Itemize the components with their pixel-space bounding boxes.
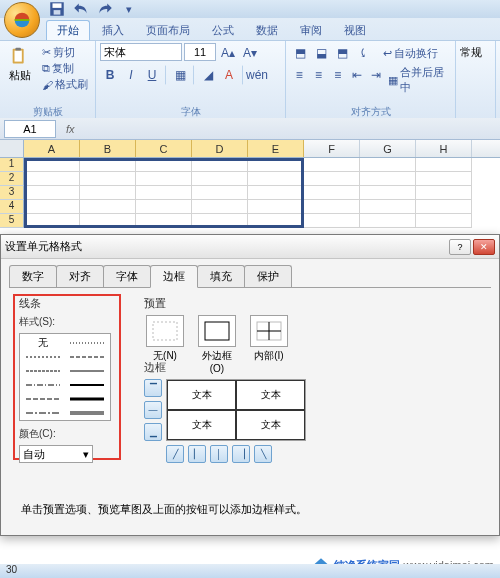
line-style-item[interactable]: [68, 380, 106, 390]
line-color-combo[interactable]: 自动 ▾: [19, 445, 93, 463]
font-name-combo[interactable]: 宋体: [100, 43, 182, 61]
line-style-item[interactable]: [24, 366, 62, 376]
name-box[interactable]: A1: [4, 120, 56, 138]
indent-dec-icon[interactable]: ⇤: [348, 65, 366, 85]
border-section-label: 边框: [144, 360, 306, 375]
row-header[interactable]: 3: [0, 186, 24, 200]
qat-dropdown-icon[interactable]: ▾: [120, 1, 138, 17]
tab-page-layout[interactable]: 页面布局: [136, 21, 200, 40]
col-header[interactable]: F: [304, 140, 360, 157]
align-right-icon[interactable]: ≡: [329, 65, 347, 85]
border-button[interactable]: ▦: [170, 65, 190, 85]
align-center-icon[interactable]: ≡: [309, 65, 327, 85]
svg-rect-21: [205, 322, 229, 340]
cut-button[interactable]: ✂剪切: [40, 45, 90, 60]
preview-cell: 文本: [236, 380, 305, 410]
tab-review[interactable]: 审阅: [290, 21, 332, 40]
border-diag-up-button[interactable]: ╱: [166, 445, 184, 463]
tab-insert[interactable]: 插入: [92, 21, 134, 40]
column-headers: A B C D E F G H: [0, 140, 500, 158]
line-style-none[interactable]: 无: [24, 338, 62, 348]
border-left-button[interactable]: ▏: [188, 445, 206, 463]
bold-button[interactable]: B: [100, 65, 120, 85]
line-style-item[interactable]: [68, 366, 106, 376]
border-vmid-button[interactable]: │: [210, 445, 228, 463]
dlg-tab-number[interactable]: 数字: [9, 265, 57, 287]
svg-rect-2: [54, 10, 61, 15]
align-bottom-icon[interactable]: ⬒: [332, 43, 352, 63]
font-size-combo[interactable]: 11: [184, 43, 216, 61]
row-header[interactable]: 1: [0, 158, 24, 172]
preset-inside-icon: [250, 315, 288, 347]
col-header[interactable]: E: [248, 140, 304, 157]
select-all-corner[interactable]: [0, 140, 24, 157]
line-style-item[interactable]: [24, 394, 62, 404]
fill-color-button[interactable]: ◢: [198, 65, 218, 85]
dialog-help-button[interactable]: ?: [449, 239, 471, 255]
group-clipboard-title: 剪贴板: [0, 106, 95, 118]
dlg-tab-font[interactable]: 字体: [103, 265, 151, 287]
border-top-button[interactable]: ▔: [144, 379, 162, 397]
tab-view[interactable]: 视图: [334, 21, 376, 40]
row-header[interactable]: 5: [0, 214, 24, 228]
font-color-button[interactable]: A: [219, 65, 239, 85]
undo-icon[interactable]: [72, 1, 90, 17]
border-preview[interactable]: 文本 文本 文本 文本: [166, 379, 306, 441]
line-style-item[interactable]: [68, 408, 106, 418]
border-section: 边框 ▔ ― ▁ 文本 文本 文本 文本 ╱ ▏: [144, 360, 306, 463]
format-painter-button[interactable]: 🖌格式刷: [40, 77, 90, 92]
merge-center-button[interactable]: ▦合并后居中: [386, 65, 451, 95]
col-header[interactable]: B: [80, 140, 136, 157]
line-style-item[interactable]: [68, 352, 106, 362]
svg-rect-4: [15, 19, 30, 21]
dlg-tab-alignment[interactable]: 对齐: [56, 265, 104, 287]
paste-button[interactable]: 粘贴: [4, 43, 36, 99]
align-middle-icon[interactable]: ⬓: [311, 43, 331, 63]
align-left-icon[interactable]: ≡: [290, 65, 308, 85]
tab-home[interactable]: 开始: [46, 20, 90, 40]
dlg-tab-protection[interactable]: 保护: [244, 265, 292, 287]
indent-inc-icon[interactable]: ⇥: [367, 65, 385, 85]
line-style-item[interactable]: [24, 352, 62, 362]
border-bottom-button[interactable]: ▁: [144, 423, 162, 441]
underline-button[interactable]: U: [142, 65, 162, 85]
fx-icon[interactable]: fx: [66, 123, 75, 135]
row-header[interactable]: 2: [0, 172, 24, 186]
wrap-text-button[interactable]: ↩自动换行: [381, 43, 440, 63]
tab-data[interactable]: 数据: [246, 21, 288, 40]
dlg-tab-fill[interactable]: 填充: [197, 265, 245, 287]
paste-label: 粘贴: [9, 68, 31, 83]
copy-button[interactable]: ⧉复制: [40, 61, 90, 76]
dialog-title-bar[interactable]: 设置单元格格式 ? ✕: [1, 235, 499, 259]
dlg-tab-border[interactable]: 边框: [150, 265, 198, 288]
worksheet-grid[interactable]: A B C D E F G H 1 2 3 4 5: [0, 140, 500, 228]
line-style-item[interactable]: [24, 380, 62, 390]
border-right-button[interactable]: ▕: [232, 445, 250, 463]
ribbon: 开始 插入 页面布局 公式 数据 审阅 视图 粘贴 ✂剪切 ⧉复制 🖌格式刷 剪…: [0, 18, 500, 118]
line-style-item[interactable]: [68, 394, 106, 404]
office-button[interactable]: [4, 2, 40, 38]
color-label: 颜色(C):: [19, 427, 119, 441]
svg-rect-20: [153, 322, 177, 340]
col-header[interactable]: H: [416, 140, 472, 157]
border-hmid-button[interactable]: ―: [144, 401, 162, 419]
col-header[interactable]: C: [136, 140, 192, 157]
redo-icon[interactable]: [96, 1, 114, 17]
dialog-close-button[interactable]: ✕: [473, 239, 495, 255]
grow-font-button[interactable]: A▴: [218, 43, 238, 63]
col-header[interactable]: G: [360, 140, 416, 157]
italic-button[interactable]: I: [121, 65, 141, 85]
tab-formulas[interactable]: 公式: [202, 21, 244, 40]
align-top-icon[interactable]: ⬒: [290, 43, 310, 63]
orientation-icon[interactable]: ⤹: [353, 43, 373, 63]
line-style-list[interactable]: 无: [19, 333, 111, 421]
col-header[interactable]: A: [24, 140, 80, 157]
line-style-item[interactable]: [68, 338, 106, 348]
phonetic-button[interactable]: wén: [247, 65, 267, 85]
save-icon[interactable]: [48, 1, 66, 17]
row-header[interactable]: 4: [0, 200, 24, 214]
shrink-font-button[interactable]: A▾: [240, 43, 260, 63]
line-style-item[interactable]: [24, 408, 62, 418]
border-diag-down-button[interactable]: ╲: [254, 445, 272, 463]
col-header[interactable]: D: [192, 140, 248, 157]
